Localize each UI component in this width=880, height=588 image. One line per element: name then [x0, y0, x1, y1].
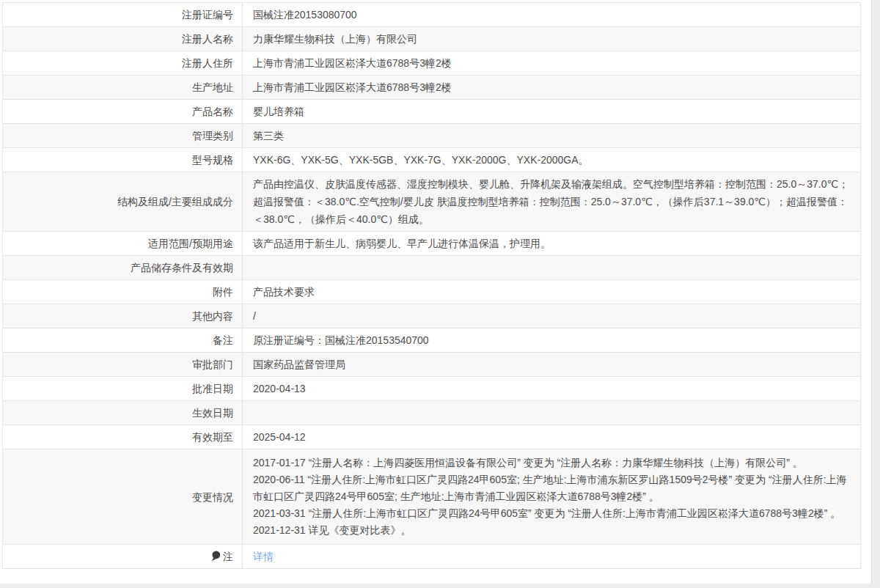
- row-value: 2025-04-12: [243, 425, 861, 449]
- table-row: 注册人名称力康华耀生物科技（上海）有限公司: [3, 27, 861, 51]
- table-row: 备注原注册证编号：国械注准20153540700: [3, 328, 861, 353]
- row-value: 力康华耀生物科技（上海）有限公司: [243, 27, 861, 51]
- row-label: 有效期至: [3, 425, 243, 449]
- table-row: 产品储存条件及有效期: [3, 256, 861, 280]
- row-value: 婴儿培养箱: [243, 100, 861, 124]
- table-row: 变更情况2017-01-17 “注册人名称：上海四菱医用恒温设备有限公司” 变更…: [3, 449, 861, 545]
- row-label: 审批部门: [3, 353, 243, 377]
- row-value: 产品由控温仪、皮肤温度传感器、湿度控制模块、婴儿舱、升降机架及输液架组成。空气控…: [243, 172, 861, 232]
- table-row: 其他内容/: [3, 304, 861, 328]
- note-label: 注: [223, 551, 233, 562]
- row-value: 上海市青浦工业园区崧泽大道6788号3幢2楼: [243, 51, 861, 76]
- note-pin-icon: [211, 549, 221, 560]
- table-row: 有效期至2025-04-12: [3, 425, 861, 449]
- row-label: 产品名称: [3, 100, 243, 124]
- row-label: 附件: [3, 280, 243, 304]
- page: 注册证编号国械注准20153080700注册人名称力康华耀生物科技（上海）有限公…: [0, 0, 880, 588]
- row-label: 注册人住所: [3, 51, 243, 76]
- row-label: 管理类别: [3, 124, 243, 148]
- registration-table-body: 注册证编号国械注准20153080700注册人名称力康华耀生物科技（上海）有限公…: [3, 3, 861, 569]
- row-label: 型号规格: [3, 148, 243, 172]
- row-label: 适用范围/预期用途: [3, 232, 243, 256]
- table-row: 批准日期2020-04-13: [3, 377, 861, 401]
- row-label: 其他内容: [3, 304, 243, 328]
- row-label: 结构及组成/主要组成成分: [3, 172, 243, 232]
- row-value: 国家药品监督管理局: [243, 353, 861, 377]
- row-value: 2020-04-13: [243, 377, 861, 401]
- row-value: 产品技术要求: [243, 280, 861, 304]
- note-label-cell: 注: [3, 545, 243, 569]
- row-value: /: [243, 304, 861, 328]
- row-label: 变更情况: [3, 449, 243, 545]
- row-value: 该产品适用于新生儿、病弱婴儿、早产儿进行体温保温，护理用。: [243, 232, 861, 256]
- table-row: 注册证编号国械注准20153080700: [3, 3, 861, 27]
- row-label: 注册人名称: [3, 27, 243, 51]
- row-label: 注册证编号: [3, 3, 243, 27]
- table-row: 型号规格YXK-6G、YXK-5G、YXK-5GB、YXK-7G、YXK-200…: [3, 148, 861, 172]
- table-row: 注册人住所上海市青浦工业园区崧泽大道6788号3幢2楼: [3, 51, 861, 76]
- row-value: YXK-6G、YXK-5G、YXK-5GB、YXK-7G、YXK-2000G、Y…: [243, 148, 861, 172]
- row-value: 第三类: [243, 124, 861, 148]
- row-label: 产品储存条件及有效期: [3, 256, 243, 280]
- note-value-cell: 详情: [243, 545, 861, 569]
- row-value: 国械注准20153080700: [243, 3, 861, 27]
- row-value: 2017-01-17 “注册人名称：上海四菱医用恒温设备有限公司” 变更为 “注…: [243, 449, 861, 545]
- table-row: 产品名称婴儿培养箱: [3, 100, 861, 124]
- table-row: 生效日期: [3, 401, 861, 425]
- registration-info-table: 注册证编号国械注准20153080700注册人名称力康华耀生物科技（上海）有限公…: [2, 2, 861, 569]
- table-row: 审批部门国家药品监督管理局: [3, 353, 861, 377]
- table-row: 管理类别第三类: [3, 124, 861, 148]
- row-label: 生产地址: [3, 76, 243, 100]
- note-row: 注 详情: [3, 545, 861, 569]
- row-value: 上海市青浦工业园区崧泽大道6788号3幢2楼: [243, 76, 861, 100]
- row-value: 原注册证编号：国械注准20153540700: [243, 328, 861, 353]
- row-value: [243, 256, 861, 280]
- row-label: 生效日期: [3, 401, 243, 425]
- row-label: 备注: [3, 328, 243, 353]
- row-value: [243, 401, 861, 425]
- table-row: 生产地址上海市青浦工业园区崧泽大道6788号3幢2楼: [3, 76, 861, 100]
- row-label: 批准日期: [3, 377, 243, 401]
- content-panel: 注册证编号国械注准20153080700注册人名称力康华耀生物科技（上海）有限公…: [0, 0, 872, 584]
- note-detail-link[interactable]: 详情: [253, 551, 274, 562]
- table-row: 附件产品技术要求: [3, 280, 861, 304]
- table-row: 适用范围/预期用途该产品适用于新生儿、病弱婴儿、早产儿进行体温保温，护理用。: [3, 232, 861, 256]
- table-row: 结构及组成/主要组成成分产品由控温仪、皮肤温度传感器、湿度控制模块、婴儿舱、升降…: [3, 172, 861, 232]
